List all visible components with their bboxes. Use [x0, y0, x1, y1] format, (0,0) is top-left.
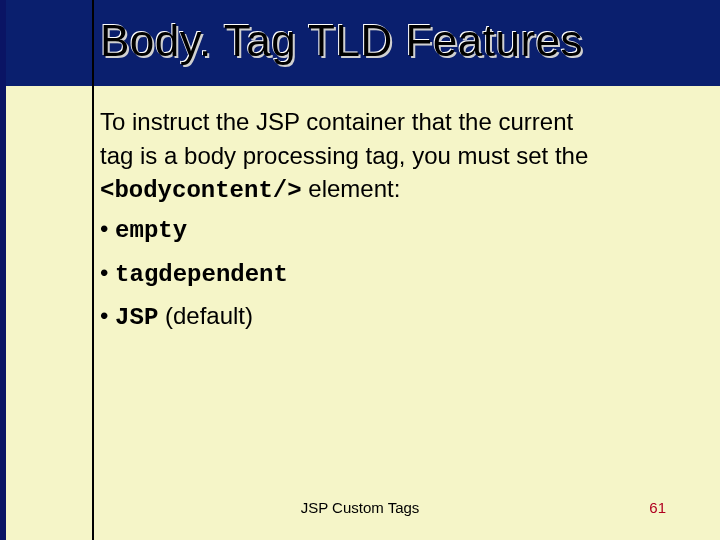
slide-body: To instruct the JSP container that the c… — [100, 106, 690, 344]
list-item: JSP (default) — [100, 300, 690, 334]
bullet-code: tagdependent — [115, 261, 288, 288]
body-line-2: tag is a body processing tag, you must s… — [100, 142, 588, 169]
slide-title: Body. Tag TLD Features — [100, 16, 583, 66]
body-line-3: element: — [302, 175, 401, 202]
bullet-suffix: (default) — [158, 302, 253, 329]
page-number: 61 — [649, 499, 666, 516]
bullet-code: JSP — [115, 304, 158, 331]
list-item: empty — [100, 213, 690, 247]
vertical-rule — [92, 0, 94, 540]
footer-title: JSP Custom Tags — [0, 499, 720, 516]
list-item: tagdependent — [100, 257, 690, 291]
body-line-1: To instruct the JSP container that the c… — [100, 108, 573, 135]
bullet-list: empty tagdependent JSP (default) — [100, 213, 690, 334]
bullet-code: empty — [115, 217, 187, 244]
body-code-inline: <bodycontent/> — [100, 177, 302, 204]
